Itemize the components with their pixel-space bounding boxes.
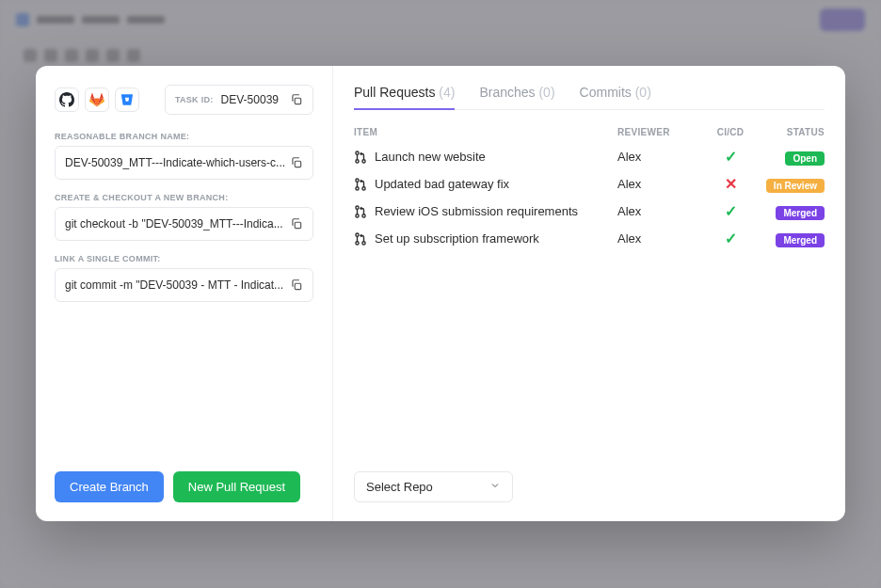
pr-item: Set up subscription framework (354, 231, 617, 246)
pr-title: Updated bad gateway fix (375, 177, 509, 191)
svg-point-5 (356, 159, 359, 162)
pr-item: Launch new website (354, 150, 617, 164)
pr-status: Merged (759, 230, 825, 247)
svg-point-15 (362, 241, 365, 244)
pr-status: Merged (759, 203, 825, 220)
table-row[interactable]: Review iOS submission requirementsAlex✓M… (354, 198, 825, 225)
status-badge: Merged (776, 233, 825, 247)
col-header-status: STATUS (759, 127, 825, 137)
vcs-provider-icons (55, 87, 139, 112)
select-repo-label: Select Repo (366, 480, 433, 494)
pr-item: Updated bad gateway fix (354, 177, 617, 191)
svg-rect-2 (295, 222, 300, 228)
status-badge: Merged (776, 206, 825, 220)
col-header-item: ITEM (354, 127, 617, 137)
tab-label: Pull Requests (354, 85, 439, 100)
check-icon: ✓ (725, 230, 737, 246)
commit-label: LINK A SINGLE COMMIT: (55, 254, 313, 263)
pull-request-icon (354, 232, 367, 246)
svg-point-14 (356, 241, 359, 244)
copy-commit-icon[interactable] (286, 275, 307, 295)
left-pane-footer: Create Branch New Pull Request (55, 471, 313, 502)
bitbucket-icon[interactable] (115, 87, 139, 112)
tab-commits[interactable]: Commits (0) (580, 85, 651, 109)
pr-reviewer: Alex (617, 177, 702, 191)
pr-title: Launch new website (375, 150, 486, 164)
task-id-label: TASK ID: (175, 95, 214, 104)
left-pane-header: TASK ID: DEV-50039 (55, 85, 313, 115)
copy-checkout-icon[interactable] (286, 214, 307, 234)
tab-count: (0) (635, 85, 651, 100)
pr-cicd-status: ✓ (702, 148, 759, 166)
pr-reviewer: Alex (617, 150, 702, 164)
svg-point-8 (356, 186, 359, 189)
commit-value: git commit -m "DEV-50039 - MTT - Indicat… (65, 278, 286, 292)
table-row[interactable]: Set up subscription frameworkAlex✓Merged (354, 225, 825, 252)
create-branch-button[interactable]: Create Branch (55, 471, 164, 502)
check-icon: ✓ (725, 203, 737, 219)
svg-point-7 (356, 179, 359, 182)
svg-point-6 (362, 159, 365, 162)
pull-request-icon (354, 205, 367, 218)
tab-label: Branches (479, 85, 538, 100)
pr-title: Set up subscription framework (375, 231, 539, 246)
col-header-cicd: CI/CD (702, 127, 759, 137)
new-pull-request-button[interactable]: New Pull Request (173, 471, 300, 502)
svg-point-10 (356, 206, 359, 209)
branch-name-value: DEV-50039_MTT---Indicate-which-users-c..… (65, 156, 286, 169)
table-header: ITEM REVIEWER CI/CD STATUS (354, 121, 825, 143)
commit-input[interactable]: git commit -m "DEV-50039 - MTT - Indicat… (55, 268, 313, 302)
branch-name-label: REASONABLE BRANCH NAME: (55, 132, 313, 141)
chevron-down-icon (489, 480, 501, 494)
gitlab-icon[interactable] (85, 87, 109, 112)
svg-point-9 (362, 186, 365, 189)
git-modal: TASK ID: DEV-50039 REASONABLE BRANCH NAM… (36, 66, 845, 521)
pr-cicd-status: ✕ (702, 175, 759, 193)
select-repo-dropdown[interactable]: Select Repo (354, 471, 513, 502)
svg-point-4 (356, 151, 359, 154)
tab-count: (0) (538, 85, 554, 100)
col-header-reviewer: REVIEWER (617, 127, 702, 137)
branch-name-input[interactable]: DEV-50039_MTT---Indicate-which-users-c..… (55, 146, 313, 180)
pr-item: Review iOS submission requirements (354, 204, 617, 218)
checkout-value: git checkout -b "DEV-50039_MTT---Indica.… (65, 217, 286, 230)
pr-status: Open (759, 149, 825, 166)
cross-icon: ✕ (725, 176, 737, 192)
github-icon[interactable] (55, 87, 79, 112)
table-row[interactable]: Updated bad gateway fixAlex✕In Review (354, 170, 825, 198)
pr-reviewer: Alex (617, 231, 702, 246)
tab-label: Commits (580, 85, 635, 100)
svg-rect-1 (295, 161, 300, 167)
status-badge: In Review (766, 179, 825, 193)
checkout-label: CREATE & CHECKOUT A NEW BRANCH: (55, 193, 313, 202)
table-row[interactable]: Launch new websiteAlex✓Open (354, 143, 825, 170)
copy-task-id-icon[interactable] (286, 89, 307, 110)
tab-pull-requests[interactable]: Pull Requests (4) (354, 85, 455, 109)
right-pane-footer: Select Repo (354, 471, 825, 502)
svg-point-13 (356, 233, 359, 236)
svg-rect-0 (295, 98, 300, 103)
pr-cicd-status: ✓ (702, 202, 759, 220)
pull-request-icon (354, 178, 367, 191)
copy-branch-name-icon[interactable] (286, 152, 307, 173)
pr-cicd-status: ✓ (702, 230, 759, 247)
pr-status: In Review (759, 176, 825, 193)
svg-point-11 (356, 214, 359, 216)
tabs: Pull Requests (4)Branches (0)Commits (0) (354, 85, 825, 110)
task-id-value: DEV-50039 (221, 93, 279, 106)
svg-rect-3 (295, 283, 300, 289)
checkout-input[interactable]: git checkout -b "DEV-50039_MTT---Indica.… (55, 207, 313, 241)
check-icon: ✓ (725, 149, 737, 165)
right-pane: Pull Requests (4)Branches (0)Commits (0)… (333, 66, 845, 521)
pr-rows: Launch new websiteAlex✓OpenUpdated bad g… (354, 143, 825, 252)
tab-branches[interactable]: Branches (0) (479, 85, 554, 109)
task-id-box: TASK ID: DEV-50039 (165, 85, 313, 115)
pull-request-icon (354, 151, 367, 164)
pr-reviewer: Alex (617, 204, 702, 218)
left-pane: TASK ID: DEV-50039 REASONABLE BRANCH NAM… (36, 66, 333, 521)
pr-title: Review iOS submission requirements (375, 204, 578, 218)
tab-count: (4) (439, 85, 455, 100)
status-badge: Open (785, 151, 825, 166)
svg-point-12 (362, 214, 365, 216)
